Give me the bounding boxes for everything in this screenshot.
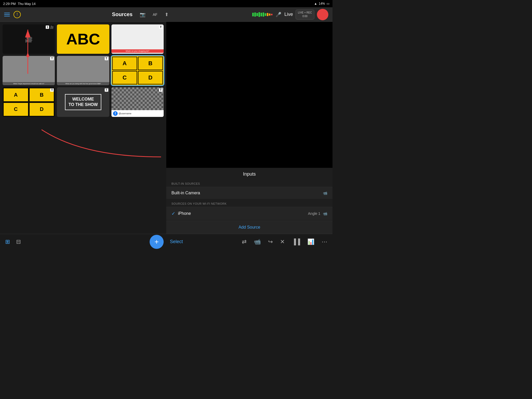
live-label: Live	[284, 12, 293, 17]
grid-black-thumbnail: A B C D	[3, 87, 55, 117]
date-display: Thu May 14	[18, 2, 36, 6]
wifi-sources-label: SOURCES ON YOUR WI-FI NETWORK	[166, 200, 332, 207]
source-item-welcome[interactable]: WELCOMETO THE SHOW T	[57, 87, 109, 117]
camera-tab[interactable]: 📹	[254, 238, 261, 245]
iphone-row[interactable]: ✓ iPhone Angle 1 📹	[166, 207, 332, 220]
source-item-facebook[interactable]: f @username T	[111, 87, 164, 117]
list-view-tab[interactable]: ⊟	[16, 238, 21, 245]
time-display: 2:29 PM	[3, 2, 16, 6]
grid-cell-d: D	[138, 71, 163, 84]
fb-username: @username	[119, 112, 131, 115]
fb-icon: f	[113, 111, 118, 116]
live-rec-button[interactable]: LIVE + REC 0:00	[296, 10, 314, 19]
af-button[interactable]: AF	[153, 12, 157, 17]
inputs-section: Inputs BUILT-IN SOURCES Built-in Camera …	[166, 168, 332, 234]
toolbar: ! Sources 📷 AF ⬆ 🎤 Live LIVE + REC 0:00	[0, 7, 332, 22]
grid-cell-c: C	[112, 71, 137, 84]
record-button[interactable]	[317, 9, 328, 20]
camera-badge: 🎥	[50, 25, 54, 29]
source-number-badge: 1	[46, 25, 49, 29]
sources-grid: 🎥 1 🎥 ABC What's on your shopping list? …	[3, 24, 164, 117]
built-in-sources-label: BUILT-IN SOURCES	[166, 179, 332, 187]
source-item-poll2[interactable]: What are you doing with that free govern…	[57, 56, 109, 85]
source-badge-t6: T	[159, 88, 163, 92]
grid-cell-a2: A	[3, 88, 29, 102]
grid-view-tab[interactable]: ⊞	[5, 238, 10, 245]
source-item-shopping[interactable]: What's on your shopping list? T	[111, 24, 164, 54]
right-panel: Inputs BUILT-IN SOURCES Built-in Camera …	[166, 22, 332, 234]
iphone-check: ✓	[171, 211, 175, 216]
battery-icon: ▭	[327, 2, 329, 5]
share-button[interactable]: ⬆	[165, 12, 169, 17]
abc-thumbnail: ABC	[57, 24, 109, 54]
stats-tab[interactable]: 📊	[307, 238, 314, 245]
grid-cell-c2: C	[3, 102, 29, 116]
grid-cell-a: A	[112, 57, 137, 70]
more-tab[interactable]: ⋯	[322, 238, 327, 245]
wifi-icon: ▲	[314, 2, 317, 5]
output-tab[interactable]: ↪	[268, 238, 273, 245]
source-badge-t4: T	[50, 88, 54, 92]
welcome-text: WELCOMETO THE SHOW	[65, 94, 102, 110]
battery-display: 14%	[319, 2, 325, 5]
iphone-name: iPhone	[178, 211, 308, 216]
source-item-grid-black[interactable]: A B C D T	[3, 87, 55, 117]
iphone-camera-icon: 📹	[323, 211, 327, 216]
grid-yellow-thumbnail: A B C D	[111, 56, 164, 85]
overlay-tab[interactable]: ✕	[280, 238, 285, 245]
tab-bar: ⊞ ⊟ + Select ⇄ 📹 ↪ ✕ ▐▐ 📊 ⋯	[0, 234, 332, 249]
poll1-text: Which Target department should we walk t…	[3, 82, 55, 85]
camera-button[interactable]: 📷	[140, 12, 145, 17]
source-badge-t3: T	[105, 57, 108, 60]
mic-icon[interactable]: 🎤	[276, 12, 281, 17]
built-in-camera-row[interactable]: Built-in Camera 📹	[166, 187, 332, 199]
source-badge-t5: T	[105, 88, 108, 92]
poll1-thumbnail: Which Target department should we walk t…	[3, 56, 55, 85]
inputs-title: Inputs	[166, 168, 332, 179]
source-badge-t: T	[159, 25, 163, 29]
source-item-poll1[interactable]: Which Target department should we walk t…	[3, 56, 55, 85]
audio-tab[interactable]: ▐▐	[292, 238, 300, 245]
sources-panel: 🎥 1 🎥 ABC What's on your shopping list? …	[0, 22, 166, 234]
fb-bar: f @username	[111, 110, 164, 117]
poll2-text: What are you doing with that free govern…	[57, 82, 109, 85]
iphone-angle: Angle 1	[308, 211, 320, 216]
page-title: Sources	[112, 11, 132, 17]
preview-area	[166, 22, 332, 168]
fb-thumbnail: f @username	[111, 87, 164, 117]
alert-button[interactable]: !	[14, 11, 21, 18]
main-content: 🎥 1 🎥 ABC What's on your shopping list? …	[0, 22, 332, 234]
add-source-fab[interactable]: +	[150, 235, 164, 249]
audio-meter	[252, 12, 272, 17]
source-item-abc[interactable]: ABC	[57, 24, 109, 54]
abc-text: ABC	[66, 30, 100, 48]
poll2-thumbnail: What are you doing with that free govern…	[57, 56, 109, 85]
select-button[interactable]: Select	[170, 239, 183, 244]
source-item-grid-yellow[interactable]: A B C D	[111, 56, 164, 85]
grid-cell-b: B	[138, 57, 163, 70]
add-source-button[interactable]: Add Source	[166, 221, 332, 234]
source-badge-t2: T	[50, 57, 54, 60]
shopping-thumbnail: What's on your shopping list?	[111, 24, 164, 54]
menu-button[interactable]	[4, 13, 10, 16]
settings-tab[interactable]: ⇄	[242, 238, 247, 245]
status-bar: 2:29 PM Thu May 14 ▲ 14% ▭	[0, 0, 332, 7]
source-item-camera[interactable]: 🎥 1 🎥	[3, 24, 55, 54]
shopping-text: What's on your shopping list?	[111, 49, 164, 53]
grid-cell-d2: D	[29, 102, 55, 116]
built-in-camera-name: Built-in Camera	[171, 191, 323, 195]
welcome-thumbnail: WELCOMETO THE SHOW	[57, 87, 109, 117]
camera-row-icon: 📹	[323, 191, 327, 195]
